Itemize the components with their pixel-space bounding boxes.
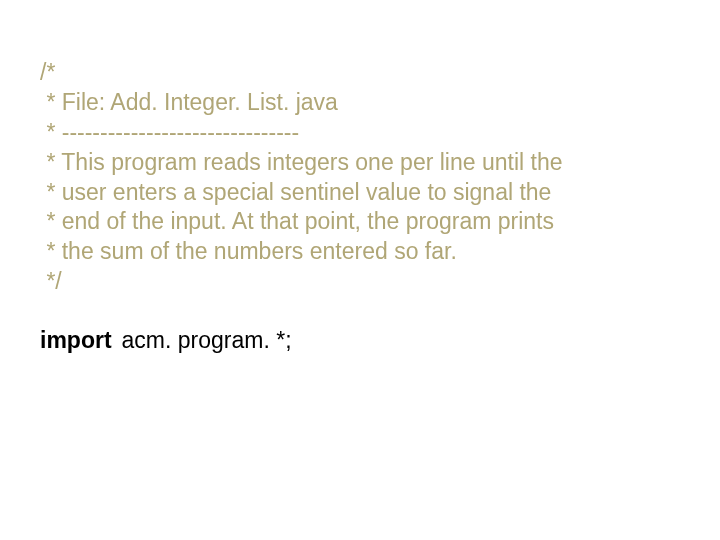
- import-target: acm. program. *;: [122, 327, 292, 353]
- comment-line: /*: [40, 58, 680, 88]
- comment-line: */: [40, 267, 680, 297]
- keyword-import: import: [40, 327, 112, 354]
- file-header-comment: /* * File: Add. Integer. List. java * --…: [40, 58, 680, 297]
- comment-line: * This program reads integers one per li…: [40, 148, 680, 178]
- comment-line: * -------------------------------: [40, 118, 680, 148]
- comment-line: * user enters a special sentinel value t…: [40, 178, 680, 208]
- comment-line: * end of the input. At that point, the p…: [40, 207, 680, 237]
- code-slide: /* * File: Add. Integer. List. java * --…: [0, 0, 720, 540]
- comment-line: * File: Add. Integer. List. java: [40, 88, 680, 118]
- import-statement: importacm. program. *;: [40, 327, 680, 354]
- comment-line: * the sum of the numbers entered so far.: [40, 237, 680, 267]
